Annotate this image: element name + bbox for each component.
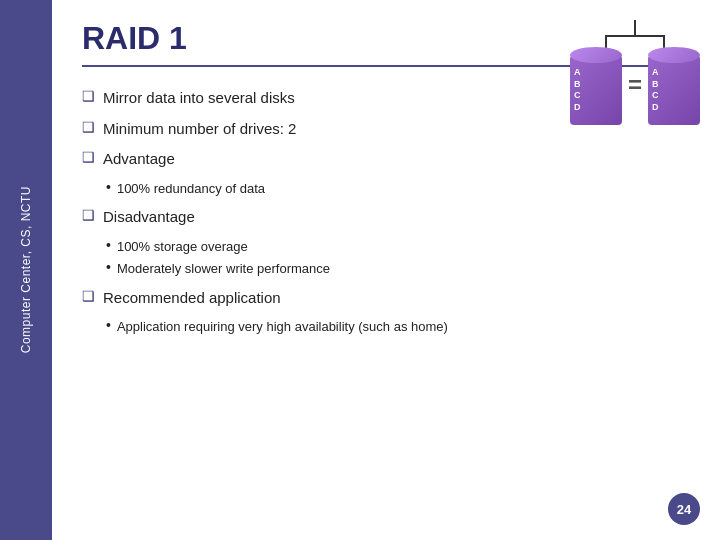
bullet-icon: ❑ — [82, 149, 95, 165]
disk-1: ABCD — [570, 55, 622, 125]
bullet-icon: ❑ — [82, 88, 95, 104]
disk-2-cylinder: ABCD — [648, 55, 700, 125]
list-item: ❑ Disadvantage — [82, 206, 690, 229]
disk-1-cylinder: ABCD — [570, 55, 622, 125]
bullet-icon: ❑ — [82, 119, 95, 135]
bullet-icon: ❑ — [82, 288, 95, 304]
bullet-icon: ❑ — [82, 207, 95, 223]
equals-sign: = — [628, 71, 642, 99]
main-content: RAID 1 ABCD = ABCD ❑ Mirror data into se… — [52, 0, 720, 540]
sub-bullet-icon: • — [106, 237, 111, 253]
sub-list-recommended: • Application requiring very high availa… — [106, 317, 690, 337]
advantage-sub-1: 100% redundancy of data — [117, 179, 265, 199]
raid-diagram: ABCD = ABCD — [570, 20, 700, 125]
disk-2-labels: ABCD — [652, 67, 659, 114]
item-5-text: Recommended application — [103, 287, 281, 310]
content-list: ❑ Mirror data into several disks ❑ Minim… — [82, 87, 690, 520]
sub-list-advantage: • 100% redundancy of data — [106, 179, 690, 199]
sub-item: • 100% redundancy of data — [106, 179, 690, 199]
sidebar-label: Computer Center, CS, NCTU — [18, 186, 35, 353]
sub-list-disadvantage: • 100% storage overage • Moderately slow… — [106, 237, 690, 279]
sub-item: • Application requiring very high availa… — [106, 317, 690, 337]
sub-item: • 100% storage overage — [106, 237, 690, 257]
item-1-text: Mirror data into several disks — [103, 87, 295, 110]
sub-item: • Moderately slower write performance — [106, 259, 690, 279]
disadvantage-sub-2: Moderately slower write performance — [117, 259, 330, 279]
sub-bullet-icon: • — [106, 317, 111, 333]
recommended-sub-1: Application requiring very high availabi… — [117, 317, 448, 337]
disk-row: ABCD = ABCD — [570, 55, 700, 125]
disk-2: ABCD — [648, 55, 700, 125]
item-3-text: Advantage — [103, 148, 175, 171]
disadvantage-sub-1: 100% storage overage — [117, 237, 248, 257]
page-number: 24 — [668, 493, 700, 525]
sidebar: Computer Center, CS, NCTU — [0, 0, 52, 540]
disk-1-labels: ABCD — [574, 67, 581, 114]
list-item: ❑ Advantage — [82, 148, 690, 171]
sub-bullet-icon: • — [106, 179, 111, 195]
connector-top — [634, 20, 636, 35]
list-item: ❑ Recommended application — [82, 287, 690, 310]
sub-bullet-icon: • — [106, 259, 111, 275]
item-2-text: Minimum number of drives: 2 — [103, 118, 296, 141]
item-4-text: Disadvantage — [103, 206, 195, 229]
footer: 24 — [52, 493, 720, 525]
